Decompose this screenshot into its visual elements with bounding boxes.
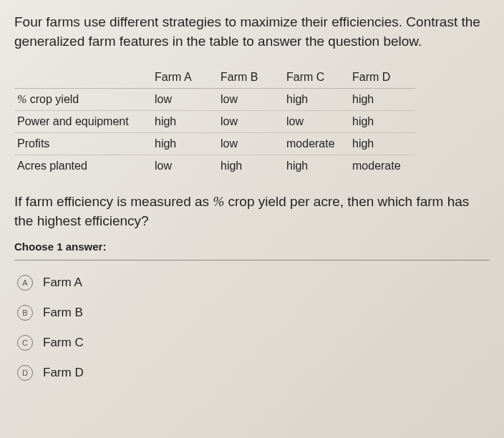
cell: moderate — [349, 155, 415, 177]
option-label: Farm C — [43, 336, 84, 350]
cell: low — [152, 155, 218, 177]
cell: high — [152, 133, 218, 155]
option-label: Farm A — [43, 276, 82, 290]
cell: high — [218, 155, 284, 177]
th-farm-d: Farm D — [349, 67, 415, 89]
option-label: Farm B — [43, 306, 83, 320]
cell: high — [284, 89, 349, 111]
table-row: Profits high low moderate high — [14, 133, 415, 155]
cell: low — [284, 111, 349, 133]
cell: low — [218, 89, 284, 111]
cell: low — [218, 111, 284, 133]
cell: moderate — [284, 133, 349, 155]
radio-icon: A — [17, 275, 33, 291]
separator — [14, 260, 490, 261]
cell: high — [349, 133, 415, 155]
option-label: Farm D — [43, 366, 84, 380]
th-farm-b: Farm B — [218, 67, 284, 89]
choose-label: Choose 1 answer: — [14, 240, 490, 253]
th-blank — [14, 67, 152, 89]
option-a[interactable]: A Farm A — [14, 268, 490, 298]
intro-text: Four farms use different strategies to m… — [14, 13, 490, 51]
cell: high — [349, 89, 415, 111]
data-table: Farm A Farm B Farm C Farm D % crop yield… — [14, 67, 415, 177]
cell: low — [218, 133, 284, 155]
option-d[interactable]: D Farm D — [14, 358, 490, 388]
radio-icon: B — [17, 305, 33, 321]
table-header-row: Farm A Farm B Farm C Farm D — [14, 67, 415, 89]
row-label: Acres planted — [14, 155, 152, 177]
table-row: Power and equipment high low low high — [14, 111, 415, 133]
radio-icon: D — [17, 365, 33, 381]
cell: high — [284, 155, 349, 177]
cell: low — [152, 89, 218, 111]
question-text: If farm efficiency is measured as % crop… — [14, 193, 490, 230]
row-label: Profits — [14, 133, 152, 155]
option-c[interactable]: C Farm C — [14, 328, 490, 358]
table-row: Acres planted low high high moderate — [14, 155, 415, 177]
radio-icon: C — [17, 335, 33, 351]
row-label: Power and equipment — [14, 111, 152, 133]
option-b[interactable]: B Farm B — [14, 298, 490, 328]
table-row: % crop yield low low high high — [14, 89, 415, 111]
th-farm-c: Farm C — [284, 67, 349, 89]
cell: high — [152, 111, 218, 133]
th-farm-a: Farm A — [152, 67, 218, 89]
cell: high — [349, 111, 415, 133]
row-label: % crop yield — [14, 89, 152, 111]
